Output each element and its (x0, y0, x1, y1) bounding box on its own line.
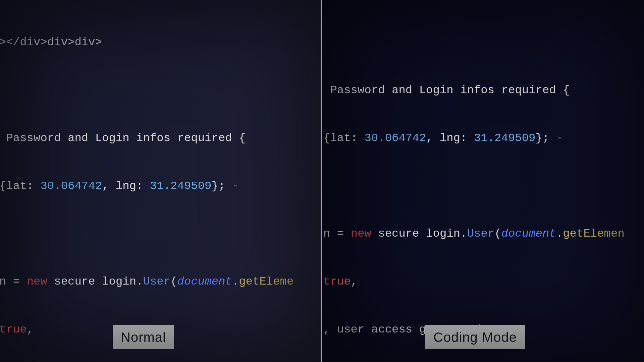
code-text: 30.064742 (40, 180, 102, 192)
code-text: , lng: (102, 180, 150, 192)
code-text: , (351, 275, 358, 288)
code-text: }; (212, 180, 232, 192)
code-text: document (501, 227, 556, 240)
code-text: div (47, 36, 68, 49)
code-text: . (232, 275, 239, 288)
code-text: ( (170, 275, 177, 288)
editor-pane-coding[interactable]: Password and Login infos required { {lat… (322, 0, 644, 362)
code-text: div (74, 36, 95, 49)
code-text: getElemen (563, 227, 625, 240)
code-text: User (467, 227, 495, 240)
code-text: </div> (6, 36, 47, 49)
code-text: secure login. (47, 275, 143, 288)
code-text: }; (536, 132, 556, 144)
mode-badge-normal: Normal (113, 325, 174, 349)
code-text: = (13, 275, 27, 288)
code-text: = (337, 227, 351, 240)
code-text: - (556, 132, 563, 144)
code-text: 30.064742 (364, 132, 426, 144)
code-text: secure login. (371, 227, 467, 240)
code-text: {lat: (0, 180, 40, 192)
code-text: new (27, 275, 47, 288)
code-text: true (0, 323, 27, 336)
code-text: true (323, 275, 351, 288)
code-text: document (177, 275, 232, 288)
code-text: Password and Login infos required { (323, 82, 644, 99)
code-text: User (143, 275, 171, 288)
code-text: Password and Login infos required { (0, 130, 321, 146)
code-text: new (351, 227, 371, 240)
code-text: {lat: (323, 132, 364, 144)
code-text: n (323, 227, 337, 240)
editor-pane-normal[interactable]: ></div>div>div> Password and Login infos… (0, 0, 322, 362)
code-text: > (68, 36, 74, 49)
split-container: ></div>div>div> Password and Login infos… (0, 0, 644, 362)
code-text: 31.249509 (150, 180, 212, 192)
mode-badge-coding: Coding Mode (425, 325, 525, 349)
code-text: getEleme (239, 275, 293, 288)
code-text: ( (494, 227, 501, 240)
code-text: > (95, 36, 102, 49)
code-text: > (0, 36, 6, 49)
code-text: , lng: (426, 132, 474, 144)
code-text: 31.249509 (474, 132, 536, 144)
code-text: , (27, 323, 34, 336)
code-text: n (0, 275, 13, 288)
code-text: . (556, 227, 563, 240)
code-text: - (232, 180, 239, 192)
